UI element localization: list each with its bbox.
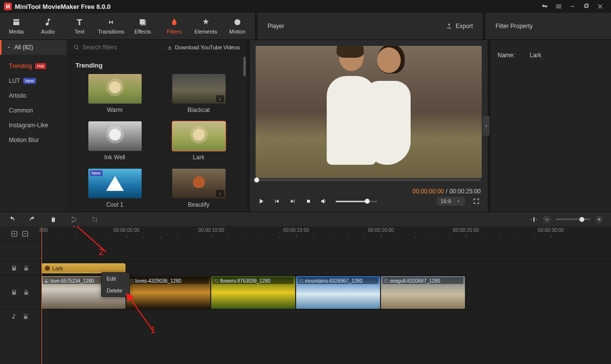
sidebar-all-header[interactable]: All (82)	[0, 40, 67, 55]
svg-rect-6	[307, 200, 310, 203]
effect-track-head	[0, 261, 39, 275]
video-track-head	[0, 275, 39, 309]
tab-transitions-label: Transitions	[98, 29, 124, 35]
player-expand-toggle[interactable]: ›	[483, 116, 490, 136]
delete-button[interactable]	[49, 216, 57, 223]
context-delete[interactable]: Delete	[102, 285, 129, 296]
tab-transitions[interactable]: Transitions	[97, 13, 125, 39]
remove-track-icon[interactable]	[22, 230, 29, 237]
annotation-number-1: 1	[151, 325, 155, 335]
tab-audio-label: Audio	[41, 29, 55, 35]
next-frame-button[interactable]	[288, 197, 297, 206]
sidebar-item-lut[interactable]: LUTNew	[0, 73, 67, 88]
music-icon[interactable]	[11, 314, 17, 320]
tab-filters[interactable]: Filters	[160, 13, 189, 39]
audio-track[interactable]	[39, 309, 611, 323]
filter-item-blackcat[interactable]: ↓Blackcat	[164, 74, 233, 113]
search-input[interactable]	[82, 44, 137, 51]
gallery-scrollbar[interactable]	[243, 57, 246, 76]
chevron-down-icon	[456, 199, 461, 204]
filter-clip-icon	[45, 266, 50, 271]
clip-loves[interactable]: loves-4329036_1280	[126, 276, 210, 309]
tab-filters-label: Filters	[167, 29, 182, 35]
svg-rect-7	[534, 217, 535, 221]
zoom-in-button[interactable]: +	[595, 216, 603, 223]
tab-audio[interactable]: Audio	[34, 13, 62, 39]
app-logo: M	[4, 2, 12, 10]
tab-effects-label: Effects	[134, 29, 151, 35]
save-icon[interactable]	[11, 289, 17, 295]
tab-media[interactable]: Media	[2, 13, 31, 39]
download-youtube-link[interactable]: Download YouTube Videos	[167, 44, 240, 50]
context-edit[interactable]: Edit	[102, 273, 129, 285]
play-button[interactable]	[257, 197, 266, 206]
filter-item-lark[interactable]: Lark	[164, 121, 233, 161]
export-button[interactable]: Export	[446, 23, 473, 30]
filter-property-header: Filter Property	[489, 13, 609, 39]
player-current-time: 00:00:00:00	[413, 188, 444, 195]
maximize-icon[interactable]	[579, 1, 593, 11]
svg-rect-1	[585, 5, 588, 8]
undo-button[interactable]	[8, 216, 16, 223]
filter-clip-lark[interactable]: Lark	[41, 263, 125, 273]
hamburger-icon[interactable]	[552, 1, 566, 11]
filter-clip-label: Lark	[52, 265, 63, 271]
close-icon[interactable]	[593, 1, 607, 11]
download-badge[interactable]: ↓	[216, 190, 224, 197]
sidebar-all-label: All (82)	[14, 44, 33, 51]
lock-icon[interactable]	[23, 290, 29, 295]
sidebar-item-instagram-like[interactable]: Instagram-Like	[0, 118, 67, 133]
tab-media-label: Media	[9, 29, 24, 35]
svg-point-5	[234, 19, 240, 25]
volume-slider[interactable]	[336, 201, 378, 202]
zoom-fit-button[interactable]	[530, 216, 538, 223]
player-seek-bar[interactable]	[257, 179, 481, 181]
clip-mountains[interactable]: mountains-8326967_1280	[296, 276, 380, 309]
zoom-out-button[interactable]: −	[543, 216, 551, 223]
tab-text[interactable]: Text	[65, 13, 94, 39]
filter-item-beautify[interactable]: ↓Beautify	[164, 169, 233, 208]
svg-rect-16	[300, 279, 303, 283]
filter-item-warm[interactable]: Warm	[80, 74, 150, 113]
tab-effects[interactable]: Effects	[128, 13, 157, 39]
prop-name-value: Lark	[530, 52, 541, 59]
crop-button[interactable]	[91, 216, 99, 223]
split-button[interactable]	[70, 216, 78, 223]
filter-item-cool-1[interactable]: NewCool 1	[80, 169, 150, 208]
key-icon[interactable]	[538, 1, 552, 11]
svg-point-17	[301, 280, 302, 281]
zoom-slider[interactable]	[556, 218, 590, 220]
volume-icon[interactable]	[320, 197, 329, 206]
svg-point-15	[216, 280, 217, 281]
svg-rect-18	[384, 279, 388, 283]
tab-text-label: Text	[75, 29, 84, 35]
tab-elements-label: Elements	[194, 29, 217, 35]
title-bar: M MiniTool MovieMaker Free 8.0.0	[0, 0, 611, 13]
fullscreen-button[interactable]	[472, 197, 481, 206]
sidebar-item-motion-blur[interactable]: Motion Blur	[0, 133, 67, 147]
add-track-icon[interactable]	[11, 230, 18, 237]
download-badge[interactable]: ↓	[216, 95, 224, 102]
sidebar-item-artistic[interactable]: Artistic	[0, 88, 67, 103]
clip-flowers[interactable]: flowers-8763039_1280	[211, 276, 295, 309]
time-ruler[interactable]: 00:0000:00:05:0000:00:10:0000:00:15:0000…	[39, 226, 611, 241]
image-icon	[384, 279, 388, 283]
stop-button[interactable]	[304, 197, 313, 206]
tab-elements[interactable]: Elements	[191, 13, 220, 39]
aspect-ratio-select[interactable]: 16:9	[437, 197, 465, 206]
prev-frame-button[interactable]	[272, 197, 281, 206]
lock-icon[interactable]	[23, 265, 29, 271]
filter-item-ink-well[interactable]: Ink Well	[80, 121, 150, 161]
sidebar-item-trending[interactable]: TrendingHot	[0, 59, 67, 73]
filter-track-head	[0, 241, 39, 261]
tab-motion[interactable]: Motion	[223, 13, 252, 39]
redo-button[interactable]	[29, 216, 37, 223]
save-icon[interactable]	[11, 265, 17, 271]
minimize-icon[interactable]	[566, 1, 579, 11]
audio-track-head	[0, 309, 39, 323]
playhead[interactable]	[41, 226, 42, 364]
player-canvas[interactable]	[256, 46, 482, 178]
sidebar-item-common[interactable]: Common	[0, 103, 67, 118]
lock-icon[interactable]	[23, 314, 29, 320]
clip-seagull[interactable]: seagull-8320687_1280	[381, 276, 465, 309]
